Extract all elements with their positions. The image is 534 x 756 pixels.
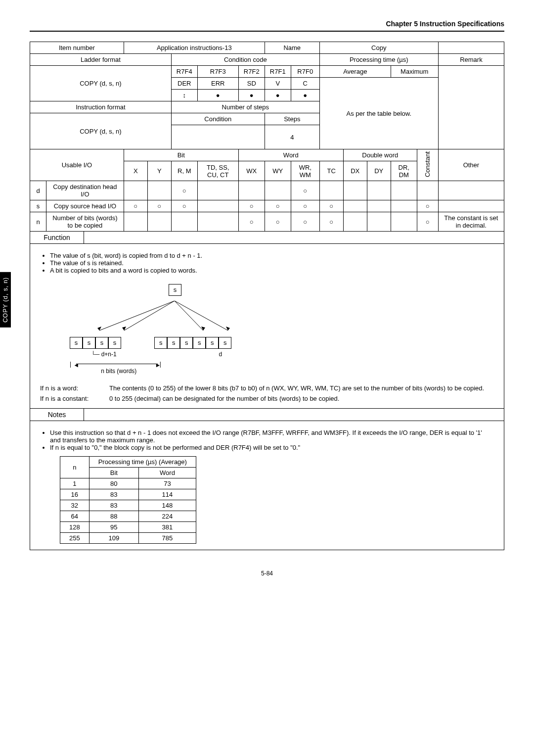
d-WRWM: ○ (291, 181, 319, 200)
name-value: Copy (319, 42, 438, 54)
cond-c5: R7F0 (291, 66, 319, 78)
steps-label: Steps (265, 113, 319, 125)
remark-label: Remark (438, 54, 504, 66)
processing-time-table: n Processing time (µs) (Average) Bit Wor… (60, 456, 196, 544)
s-desc: Copy source head I/O (46, 200, 124, 212)
cond-r1c3: SD (238, 78, 265, 90)
io-Y: Y (147, 161, 171, 181)
if-word-text: The contents (0 to 255) of the lower 8 b… (109, 384, 494, 392)
n-note: The constant is set in decimal. (438, 212, 504, 232)
io-WRWM: WR, WM (291, 161, 319, 181)
table-row: 255109785 (60, 533, 196, 544)
function-list: The value of s (bit, word) is copied fro… (50, 252, 494, 274)
condition-code-label: Condition code (171, 54, 319, 66)
table-row: 6488224 (60, 511, 196, 522)
s-label: s (30, 200, 46, 212)
cond-c2: R7F3 (197, 66, 238, 78)
table-row: 1683114 (60, 489, 196, 500)
instr-format-value: COPY (d, s, n) (30, 113, 172, 149)
item-number-value: Application instructions-13 (124, 42, 265, 54)
notes-list: Use this instruction so that d + n - 1 d… (50, 429, 494, 451)
d-desc: Copy destination head I/O (46, 181, 124, 200)
s-X: ○ (124, 200, 147, 212)
copy-diagram: s ssss ssssss (70, 284, 494, 375)
n-WRWM: ○ (291, 212, 319, 232)
cond-sym3 (238, 90, 265, 101)
s-Y: ○ (147, 200, 171, 212)
svg-line-2 (175, 301, 203, 331)
num-steps-label: Number of steps (171, 101, 319, 113)
io-RM: R, M (171, 161, 197, 181)
cond-sym4 (265, 90, 291, 101)
io-DY: DY (367, 161, 391, 181)
table-row: 3283148 (60, 500, 196, 511)
pt-n: n (60, 457, 89, 478)
if-const-label: If n is a constant: (40, 395, 109, 402)
name-label: Name (265, 42, 319, 54)
cond-c4: R7F1 (265, 66, 291, 78)
cond-r1c1: DER (171, 78, 197, 90)
n-WX: ○ (238, 212, 265, 232)
condition-empty (171, 125, 265, 149)
proc-note: As per the table below. (319, 78, 438, 149)
notes-bullet: Use this instruction so that d + n - 1 d… (50, 429, 494, 444)
cond-r1c2: ERR (197, 78, 238, 90)
notes-label: Notes (30, 409, 84, 421)
word-header: Word (238, 149, 343, 161)
steps-value: 4 (265, 125, 319, 149)
io-TC: TC (319, 161, 343, 181)
cond-sym1 (171, 90, 197, 101)
function-label: Function (30, 232, 84, 244)
s-TC: ○ (319, 200, 343, 212)
func-bullet: The value of s (bit, word) is copied fro… (50, 252, 494, 259)
pt-bit: Bit (89, 468, 138, 478)
cond-r1c5: C (291, 78, 319, 90)
svg-line-0 (99, 301, 175, 331)
s-const: ○ (417, 200, 438, 212)
ladder-format-label: Ladder format (30, 54, 172, 66)
bit-header: Bit (124, 149, 238, 161)
const-header: Constant (417, 149, 438, 181)
item-number-label: Item number (30, 42, 124, 54)
d-RM: ○ (171, 181, 197, 200)
svg-line-3 (175, 301, 228, 331)
dword-header: Double word (343, 149, 417, 161)
notes-bullet: If n is equal to "0," the block copy is … (50, 444, 494, 451)
n-WY: ○ (265, 212, 291, 232)
io-DRDM: DR, DM (391, 161, 417, 181)
chapter-header: Chapter 5 Instruction Specifications (30, 20, 504, 32)
proc-avg: Average (319, 66, 391, 78)
if-word-label: If n is a word: (40, 384, 109, 392)
n-desc: Number of bits (words) to be copied (46, 212, 124, 232)
io-WY: WY (265, 161, 291, 181)
diagram-arrows-icon (70, 301, 267, 335)
io-WX: WX (238, 161, 265, 181)
io-TDSS: TD, SS, CU, CT (197, 161, 238, 181)
pt-word: Word (139, 468, 196, 478)
page-number: 5-84 (30, 570, 504, 577)
n-label: n (30, 212, 46, 232)
func-bullet: A bit is copied to bits and a word is co… (50, 267, 494, 274)
svg-marker-6 (201, 327, 205, 331)
processing-time-label: Processing time (µs) (319, 54, 438, 66)
spec-table: Item number Application instructions-13 … (30, 42, 504, 232)
other-header: Other (438, 149, 504, 181)
io-DX: DX (343, 161, 367, 181)
s-WRWM: ○ (291, 200, 319, 212)
func-bullet: The value of s is retained. (50, 259, 494, 267)
cond-c1: R7F4 (171, 66, 197, 78)
cond-sym2 (197, 90, 238, 101)
remark-cell (438, 66, 504, 149)
s-WX: ○ (238, 200, 265, 212)
table-row: 12895381 (60, 522, 196, 533)
cond-c3: R7F2 (238, 66, 265, 78)
cond-r1c4: V (265, 78, 291, 90)
usable-io-label: Usable I/O (30, 149, 124, 181)
if-const-text: 0 to 255 (decimal) can be designated for… (109, 395, 494, 402)
io-X: X (124, 161, 147, 181)
n-TC: ○ (319, 212, 343, 232)
instr-format-label: Instruction format (30, 101, 172, 113)
table-row: 18073 (60, 478, 196, 489)
s-WY: ○ (265, 200, 291, 212)
pt-title: Processing time (µs) (Average) (89, 457, 196, 468)
